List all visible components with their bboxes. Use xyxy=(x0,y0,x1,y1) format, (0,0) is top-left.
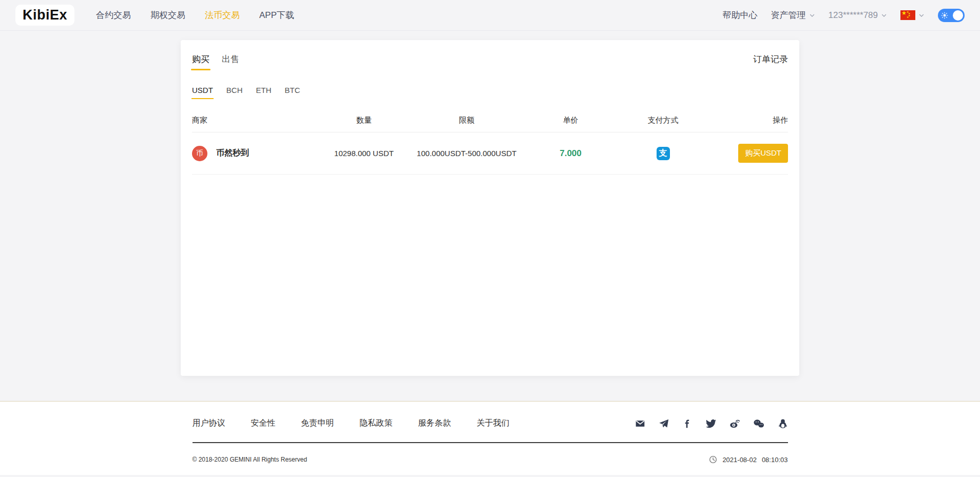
table-row: 币 币然秒到 10298.000 USDT 100.000USDT-500.00… xyxy=(192,132,788,175)
telegram-icon[interactable] xyxy=(659,418,669,429)
footer-link-user-agreement[interactable]: 用户协议 xyxy=(193,418,225,429)
nav-contract-trade[interactable]: 合约交易 xyxy=(96,9,131,21)
table-header-row: 商家 数量 限额 单价 支付方式 操作 xyxy=(192,110,788,132)
alipay-icon: 支 xyxy=(657,147,670,160)
top-header: KibiEx 合约交易 期权交易 法币交易 APP下载 帮助中心 资产管理 12… xyxy=(0,0,980,31)
nav-app-download[interactable]: APP下载 xyxy=(259,9,294,21)
coin-tab-eth[interactable]: ETH xyxy=(256,86,272,99)
footer-links-row: 用户协议 安全性 免责申明 隐私政策 服务条款 关于我们 xyxy=(193,418,788,429)
col-amount: 数量 xyxy=(320,116,408,125)
tab-buy[interactable]: 购买 xyxy=(192,53,209,70)
server-time: 2021-08-02 08:10:03 xyxy=(709,455,787,464)
facebook-icon[interactable] xyxy=(682,418,693,429)
buy-usdt-button[interactable]: 购买USDT xyxy=(738,144,788,163)
copyright-text: © 2018-2020 GEMINI All Rights Reserved xyxy=(193,456,308,463)
otc-trade-card: 购买 出售 订单记录 USDT BCH ETH BTC 商家 数量 限额 单价 … xyxy=(181,40,799,376)
row-limit: 100.000USDT-500.000USDT xyxy=(408,149,526,158)
brand-logo[interactable]: KibiEx xyxy=(15,5,74,26)
tab-sell[interactable]: 出售 xyxy=(222,53,239,70)
order-record-link[interactable]: 订单记录 xyxy=(753,53,788,65)
main-nav: 合约交易 期权交易 法币交易 APP下载 xyxy=(96,9,294,21)
col-payment: 支付方式 xyxy=(616,116,710,125)
chevron-down-icon xyxy=(809,12,815,18)
chevron-down-icon xyxy=(918,12,925,18)
language-selector[interactable]: ★ ★★ ★★ xyxy=(900,10,925,20)
footer: 用户协议 安全性 免责申明 隐私政策 服务条款 关于我们 xyxy=(0,402,980,475)
footer-link-disclaimer[interactable]: 免责申明 xyxy=(301,418,334,429)
merchant-cell: 币 币然秒到 xyxy=(192,146,320,161)
asset-management-label: 资产管理 xyxy=(771,9,806,21)
merchant-name: 币然秒到 xyxy=(216,148,249,159)
asset-management-menu[interactable]: 资产管理 xyxy=(771,9,815,21)
footer-link-about[interactable]: 关于我们 xyxy=(477,418,510,429)
footer-link-terms[interactable]: 服务条款 xyxy=(418,418,451,429)
sun-icon xyxy=(941,12,948,19)
nav-options-trade[interactable]: 期权交易 xyxy=(150,9,185,21)
col-limit: 限额 xyxy=(408,116,526,125)
footer-link-security[interactable]: 安全性 xyxy=(251,418,276,429)
footer-link-privacy[interactable]: 隐私政策 xyxy=(360,418,393,429)
row-price: 7.000 xyxy=(526,148,616,159)
nav-fiat-trade[interactable]: 法币交易 xyxy=(205,9,240,21)
footer-bottom: © 2018-2020 GEMINI All Rights Reserved 2… xyxy=(193,443,788,475)
clock-icon xyxy=(709,455,717,464)
coin-tab-usdt[interactable]: USDT xyxy=(192,86,213,99)
social-icons xyxy=(635,418,788,429)
coin-tab-bch[interactable]: BCH xyxy=(226,86,243,99)
account-menu[interactable]: 123******789 xyxy=(829,10,887,21)
header-right: 帮助中心 资产管理 123******789 ★ ★★ ★★ xyxy=(723,9,965,22)
theme-toggle[interactable] xyxy=(938,9,965,22)
otc-table: 商家 数量 限额 单价 支付方式 操作 币 币然秒到 10298.000 USD… xyxy=(192,110,788,175)
date-text: 2021-08-02 xyxy=(722,456,757,464)
col-price: 单价 xyxy=(526,116,616,125)
twitter-icon[interactable] xyxy=(706,418,716,429)
email-icon[interactable] xyxy=(635,418,645,429)
row-amount: 10298.000 USDT xyxy=(320,149,408,158)
merchant-avatar: 币 xyxy=(192,146,207,161)
weibo-icon[interactable] xyxy=(729,418,740,429)
row-action: 购买USDT xyxy=(710,144,788,163)
footer-links: 用户协议 安全性 免责申明 隐私政策 服务条款 关于我们 xyxy=(193,418,510,429)
time-text: 08:10:03 xyxy=(762,456,788,464)
card-top-row: 购买 出售 订单记录 xyxy=(192,53,788,70)
china-flag-icon: ★ ★★ ★★ xyxy=(900,10,915,20)
col-action: 操作 xyxy=(710,116,788,125)
row-payment: 支 xyxy=(616,147,710,160)
account-number: 123******789 xyxy=(829,10,878,21)
coin-tabs: USDT BCH ETH BTC xyxy=(192,86,788,99)
coin-tab-btc[interactable]: BTC xyxy=(285,86,300,99)
col-merchant: 商家 xyxy=(192,116,320,125)
qq-icon[interactable] xyxy=(778,418,788,429)
main-area: 购买 出售 订单记录 USDT BCH ETH BTC 商家 数量 限额 单价 … xyxy=(0,31,980,402)
wechat-icon[interactable] xyxy=(753,418,764,429)
help-center-link[interactable]: 帮助中心 xyxy=(723,9,758,21)
chevron-down-icon xyxy=(881,12,887,18)
trade-side-tabs: 购买 出售 xyxy=(192,53,239,70)
toggle-knob xyxy=(953,10,963,21)
